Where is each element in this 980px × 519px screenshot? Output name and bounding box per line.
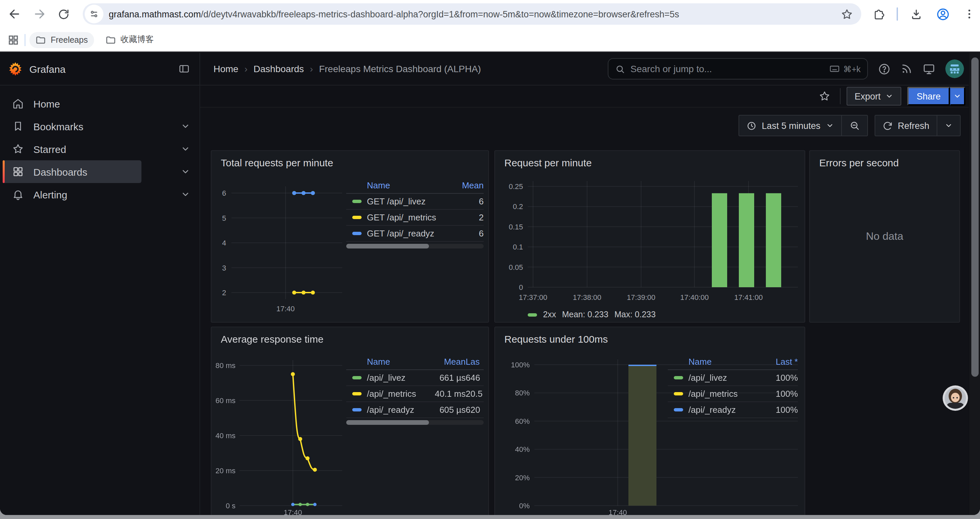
series-name: /api/_livez — [367, 373, 427, 383]
page-scrollbar[interactable] — [969, 53, 980, 515]
dock-sidebar-icon[interactable] — [178, 63, 190, 75]
extensions-icon[interactable] — [870, 5, 887, 23]
downloads-icon[interactable] — [907, 5, 924, 23]
table-row[interactable]: /api/_readyz100% — [668, 402, 798, 418]
back-icon[interactable] — [6, 5, 23, 23]
table-row[interactable]: GET /api/_metrics2 — [346, 210, 484, 226]
monitor-icon[interactable] — [923, 62, 935, 75]
browser-window: grafana.mathmast.com/d/deytv4rwavabkb/fr… — [0, 0, 980, 515]
sidebar-item-dashboards[interactable]: Dashboards — [0, 160, 199, 183]
time-range-picker[interactable]: Last 5 minutes — [739, 115, 841, 136]
rss-icon[interactable] — [900, 63, 913, 75]
favorite-star-icon[interactable] — [809, 90, 840, 102]
bookmark-label: 收藏博客 — [121, 34, 154, 45]
panel-title[interactable]: Total requests per minute — [221, 157, 333, 168]
url-bar[interactable]: grafana.mathmast.com/d/deytv4rwavabkb/fr… — [83, 3, 861, 25]
bookmark-folder-blogs[interactable]: 收藏博客 — [99, 31, 160, 48]
sidebar-item-starred[interactable]: Starred — [0, 137, 199, 160]
svg-text:80%: 80% — [515, 389, 530, 397]
table-row[interactable]: /api/_livez100% — [668, 370, 798, 386]
series-color-pill — [352, 200, 361, 203]
apps-grid-icon[interactable] — [7, 34, 19, 46]
grafana-logo[interactable] — [8, 61, 23, 76]
reload-icon[interactable] — [55, 5, 72, 23]
grafana-header-left: Grafana — [0, 53, 200, 85]
legend-max: Max: 0.233 — [614, 310, 656, 319]
series-name: GET /api/_readyz — [367, 228, 457, 238]
dashboards-grid-icon — [12, 166, 24, 178]
site-settings-icon[interactable] — [85, 5, 103, 23]
column-header-value: Mean — [457, 180, 484, 190]
panel-title[interactable]: Average response time — [221, 333, 323, 345]
svg-text:17:41:00: 17:41:00 — [734, 293, 763, 302]
table-row[interactable]: /api/_livez661 µs646 — [346, 370, 484, 386]
svg-text:60%: 60% — [515, 417, 530, 425]
legend-series-pill — [528, 313, 537, 316]
legend-series-name[interactable]: 2xx — [543, 310, 556, 319]
series-color-pill — [352, 408, 361, 412]
grafana-header-right: Search or jump to... ⌘+k — [608, 53, 969, 85]
chevron-down-icon — [945, 121, 953, 129]
forward-icon[interactable] — [31, 5, 48, 23]
breadcrumb-separator: › — [245, 64, 248, 74]
search-input[interactable]: Search or jump to... ⌘+k — [608, 58, 868, 80]
sidebar-item-alerting[interactable]: Alerting — [0, 183, 199, 206]
assistant-avatar[interactable] — [943, 385, 968, 411]
menu-icon[interactable] — [961, 5, 978, 23]
table-row[interactable]: GET /api/_readyz6 — [346, 226, 484, 242]
panel-request-per-minute: 0.250.20.150.10.05017:37:0017:38:0017:39… — [494, 150, 805, 323]
series-color-pill — [352, 376, 361, 379]
breadcrumb-home[interactable]: Home — [213, 64, 239, 74]
bookmark-folder-freeleaps[interactable]: Freeleaps — [29, 32, 94, 48]
export-button[interactable]: Export — [846, 87, 901, 105]
zoom-out-button[interactable] — [841, 115, 867, 136]
bookmark-icon — [12, 120, 24, 132]
svg-text:40 ms: 40 ms — [215, 431, 235, 440]
user-avatar[interactable] — [945, 59, 964, 78]
cell-value: 20.5 r — [466, 389, 484, 399]
table-row[interactable]: /api/_readyz605 µs620 — [346, 402, 484, 418]
refresh-interval-dropdown[interactable] — [937, 115, 960, 136]
svg-text:0.05: 0.05 — [509, 263, 523, 271]
table-row[interactable]: GET /api/_livez6 — [346, 194, 484, 210]
panel-title[interactable]: Request per minute — [504, 157, 592, 168]
bookmark-star-icon[interactable] — [841, 8, 853, 21]
refresh-icon — [882, 121, 892, 131]
sidebar-item-home[interactable]: Home — [0, 92, 199, 115]
series-color-pill — [674, 392, 683, 395]
chevron-down-icon[interactable] — [181, 121, 190, 131]
svg-text:3: 3 — [222, 264, 226, 272]
column-header-value: Mean — [427, 357, 466, 367]
column-header-name: Name — [367, 357, 427, 367]
chevron-down-icon[interactable] — [181, 190, 190, 199]
breadcrumb-dashboards[interactable]: Dashboards — [253, 64, 304, 74]
svg-text:20%: 20% — [515, 474, 530, 482]
chevron-down-icon[interactable] — [181, 144, 190, 153]
grafana-app: Grafana Home › Dashboards › Freeleaps Me… — [0, 51, 980, 515]
table-horizontal-scrollbar[interactable] — [346, 244, 484, 249]
series-name: GET /api/_livez — [367, 196, 457, 206]
sidebar-item-bookmarks[interactable]: Bookmarks — [0, 115, 199, 137]
share-button[interactable]: Share — [907, 87, 950, 105]
request-per-minute-chart[interactable]: 0.250.20.150.10.05017:37:0017:38:0017:39… — [495, 151, 805, 322]
table-row[interactable]: /api/_metrics100% — [668, 386, 798, 402]
bookmarks-divider — [25, 34, 25, 46]
refresh-button[interactable]: Refresh — [875, 115, 937, 136]
profile-icon[interactable] — [934, 5, 951, 23]
table-horizontal-scrollbar[interactable] — [346, 420, 484, 425]
column-header-value: Las — [466, 357, 484, 367]
share-dropdown-button[interactable] — [950, 87, 965, 105]
panel-title[interactable]: Requests under 100ms — [504, 333, 608, 345]
help-icon[interactable] — [878, 62, 891, 75]
breadcrumb: Home › Dashboards › Freeleaps Metrics Da… — [200, 53, 608, 85]
cell-value: 100% — [766, 373, 798, 383]
series-name: /api/_metrics — [689, 389, 766, 399]
scrollbar-thumb[interactable] — [971, 57, 978, 377]
browser-toolbar: grafana.mathmast.com/d/deytv4rwavabkb/fr… — [0, 0, 980, 28]
table-row[interactable]: /api/_metrics40.1 ms20.5 r — [346, 386, 484, 402]
series-name: /api/_readyz — [367, 405, 427, 415]
chart-legend: 2xx Mean: 0.233 Max: 0.233 — [528, 310, 656, 319]
panel-legend-table: NameMeanGET /api/_livez6GET /api/_metric… — [346, 178, 484, 242]
chevron-down-icon[interactable] — [181, 167, 190, 176]
search-icon — [615, 64, 625, 74]
